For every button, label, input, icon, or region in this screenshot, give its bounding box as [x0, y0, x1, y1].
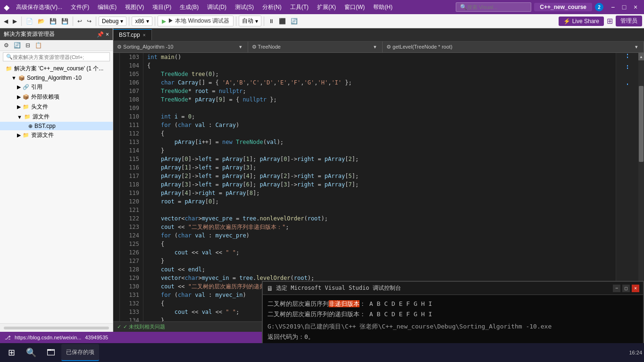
se-bst-file[interactable]: ⊕ BST.cpp — [0, 122, 113, 130]
tab-bst-cpp[interactable]: BST.cpp × — [113, 29, 152, 40]
console-maximize[interactable]: □ — [622, 285, 630, 292]
menu-debug[interactable]: 调试(D) — [203, 2, 230, 12]
taskview-btn[interactable]: 🗔 — [42, 344, 60, 361]
se-solution-icon: 📁 — [6, 66, 12, 72]
tab-bar: BST.cpp × — [113, 28, 644, 42]
share-icon[interactable]: ⊞ — [607, 17, 613, 25]
menu-analyze[interactable]: 分析(N) — [259, 2, 285, 12]
se-project-node[interactable]: ▼ 📦 Sorting_Algorithm -10 — [0, 74, 113, 82]
menu-project[interactable]: 项目(P) — [149, 2, 175, 12]
menu-extensions[interactable]: 扩展(X) — [313, 2, 340, 12]
minimize-button[interactable]: − — [608, 2, 618, 12]
se-resource-files-node[interactable]: ▶ 📁 资源文件 — [0, 130, 113, 140]
se-close-icon[interactable]: × — [106, 31, 109, 38]
menu-file[interactable]: 文件(F) — [67, 2, 93, 12]
menu-window[interactable]: 窗口(W) — [341, 2, 368, 12]
play-button[interactable]: ▶ ▶ 本地 Windows 调试器 — [158, 16, 234, 26]
liveshare-button[interactable]: ⚡ Live Share — [559, 17, 604, 26]
console-win-controls: − □ × — [613, 285, 639, 292]
toolbar-sep-5 — [155, 17, 155, 26]
manage-button[interactable]: 管理员 — [616, 16, 642, 26]
se-collapse-btn[interactable]: ⊟ — [24, 41, 32, 50]
nav-scope1[interactable]: ⚙ Sorting_Algorithm -10 ▾ — [113, 42, 248, 52]
console-minimize[interactable]: − — [613, 285, 620, 292]
se-header-buttons: 📌 × — [97, 31, 109, 38]
se-sync-btn[interactable]: ⚙ — [2, 41, 11, 50]
title-search-box[interactable]: 🔍 — [456, 2, 531, 12]
se-references-node[interactable]: ▶ 🔗 引用 — [0, 82, 113, 92]
check-icon: ✓ — [117, 324, 121, 330]
scroll-track — [638, 60, 644, 314]
auto-dropdown[interactable]: 自动 ▾ — [239, 16, 261, 26]
se-src-arrow: ▼ — [17, 114, 22, 120]
console-line-1: 二叉树的层次遍历序列非递归版本： A B C D E F G H I — [268, 299, 638, 309]
notification-badge[interactable]: 2 — [595, 3, 603, 11]
close-button[interactable]: × — [631, 2, 640, 12]
se-external-deps-node[interactable]: ▶ 📦 外部依赖项 — [0, 92, 113, 102]
console-title-bar: 🖥 选定 Microsoft Visual Studio 调试控制台 − □ × — [263, 282, 643, 295]
menu-edit[interactable]: 编辑(E) — [94, 2, 120, 12]
taskbar-time: 16:24 — [629, 350, 642, 355]
se-search-icon: 🔍 — [6, 54, 13, 60]
se-source-files-node[interactable]: ▼ 📁 源文件 — [0, 112, 113, 122]
scroll-thumb[interactable] — [639, 86, 644, 162]
nav-back-button[interactable]: ◀ — [2, 17, 10, 25]
menu-tools[interactable]: 工具(T) — [286, 2, 312, 12]
toolbar-save-all[interactable]: 💾 — [59, 17, 70, 25]
se-project-icon: 📦 — [18, 75, 25, 81]
se-ref-icon: 🔗 — [23, 84, 29, 90]
se-search-box[interactable]: 🔍 — [3, 52, 110, 61]
maximize-button[interactable]: □ — [619, 2, 629, 12]
status-url: https://blog.csdn.net/weixin... — [15, 335, 81, 340]
toolbar-open[interactable]: 📂 — [36, 17, 47, 25]
se-hdr-label: 头文件 — [31, 103, 48, 111]
config-label: Debug — [102, 18, 118, 25]
toolbar-save[interactable]: 💾 — [48, 17, 59, 25]
start-button[interactable]: ⊞ — [2, 344, 21, 361]
se-res-arrow: ▶ — [17, 132, 21, 138]
toolbar-redo[interactable]: ↪ — [85, 17, 93, 25]
window-controls: − □ × — [608, 2, 640, 12]
project-tab[interactable]: C++_new_course — [534, 3, 592, 11]
se-hscroll[interactable] — [0, 323, 113, 332]
se-properties-btn[interactable]: 📋 — [33, 41, 44, 50]
toolbar-debug-btn2[interactable]: ⬛ — [277, 17, 288, 25]
menu-advanced-save[interactable]: 高级保存选项(V)... — [12, 2, 66, 12]
nav-scope3[interactable]: ⚙ getLevel(TreeNode * root) ▾ — [383, 42, 644, 52]
tab-close-icon[interactable]: × — [143, 33, 146, 38]
title-search-input[interactable] — [467, 4, 524, 10]
menu-view[interactable]: 视图(V) — [121, 2, 148, 12]
toolbar-sep-4 — [129, 17, 129, 26]
config-dropdown[interactable]: Debug ▾ — [99, 17, 126, 26]
nav-scope2[interactable]: ⚙ TreeNode ▾ — [248, 42, 383, 52]
line-numbers: 103104105106107 108109110111112 11311411… — [120, 53, 143, 321]
menu-test[interactable]: 测试(S) — [231, 2, 258, 12]
se-header-files-node[interactable]: ▶ 📁 头文件 — [0, 102, 113, 112]
nav-fwd-button[interactable]: ▶ — [11, 17, 19, 25]
toolbar-undo[interactable]: ↩ — [75, 17, 84, 25]
menu-bar: 高级保存选项(V)... 文件(F) 编辑(E) 视图(V) 项目(P) 生成(… — [12, 2, 453, 12]
console-icon: 🖥 — [267, 285, 273, 292]
se-file-icon: ⊕ — [28, 123, 33, 129]
se-refresh-btn[interactable]: 🔄 — [12, 41, 23, 50]
start-icon: ⊞ — [8, 347, 15, 358]
status-badge-num: 43949535 — [85, 335, 108, 340]
toolbar-new-project[interactable]: 📄 — [24, 17, 35, 25]
se-solution-root[interactable]: 📁 解决方案 'C++_new_course' (1 个... — [0, 64, 113, 74]
menu-help[interactable]: 帮助(H) — [369, 2, 396, 12]
se-ref-label: 引用 — [31, 83, 42, 91]
toolbar-debug-btn3[interactable]: 🔄 — [289, 17, 300, 25]
search-taskbar-btn[interactable]: 🔍 — [22, 344, 41, 361]
liveshare-icon: ⚡ — [563, 18, 570, 25]
title-bar: ◆ 高级保存选项(V)... 文件(F) 编辑(E) 视图(V) 项目(P) 生… — [0, 0, 644, 14]
console-close[interactable]: × — [632, 285, 639, 292]
menu-build[interactable]: 生成(B) — [176, 2, 202, 12]
platform-dropdown[interactable]: x86 ▾ — [132, 17, 152, 26]
se-search-input[interactable] — [13, 54, 84, 60]
scroll-up-btn[interactable]: ▲ — [638, 53, 644, 60]
toolbar-debug-btn1[interactable]: ⏸ — [267, 17, 276, 25]
vs-taskbar-item[interactable]: 已保存的项 — [61, 344, 99, 361]
se-ext-icon: 📦 — [23, 94, 29, 100]
se-toolbar: ⚙ 🔄 ⊟ 📋 — [0, 40, 113, 51]
pin-icon[interactable]: 📌 — [97, 31, 104, 38]
